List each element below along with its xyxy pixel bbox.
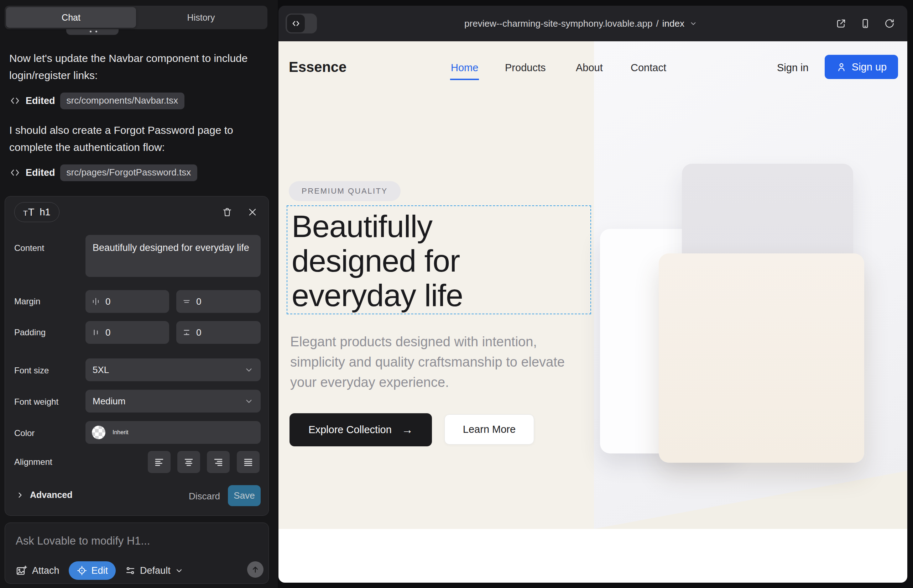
edit-mode-pill[interactable]: Edit: [69, 561, 116, 580]
prompt-box: Attach Edit Default: [5, 522, 269, 584]
browser-toolbar: preview--charming-site-symphony.lovable.…: [278, 6, 907, 41]
prompt-input[interactable]: [16, 532, 251, 550]
learn-more-button[interactable]: Learn More: [444, 414, 534, 444]
color-value: Inherit: [113, 429, 128, 436]
sign-up-button[interactable]: Sign up: [825, 55, 898, 79]
cta-primary-label: Explore Collection: [308, 424, 392, 436]
tab-chat[interactable]: Chat: [6, 7, 136, 28]
preview-domain: preview--charming-site-symphony.lovable.…: [465, 18, 652, 29]
font-weight-select[interactable]: Medium: [86, 390, 261, 412]
path-separator: /: [656, 18, 659, 29]
lovable-app: Chat History Now let's update the Navbar…: [0, 0, 913, 588]
element-editor-panel: TT h1 Content Beautifully designed for e…: [5, 196, 269, 516]
sign-in-button[interactable]: Sign in: [777, 62, 809, 74]
content-input[interactable]: Beautifully designed for everyday life: [86, 235, 261, 277]
mobile-view-icon[interactable]: [858, 16, 873, 31]
hero-heading[interactable]: Beautifully designed for everyday life: [291, 209, 463, 312]
toolbar-icons: [834, 6, 897, 41]
padding-vertical-icon: [182, 328, 191, 337]
discard-button[interactable]: Discard: [185, 490, 224, 502]
delete-element-button[interactable]: [219, 204, 235, 220]
font-size-label: Font size: [14, 365, 49, 375]
padding-y-input[interactable]: [176, 321, 261, 344]
heading-line: everyday life: [291, 278, 463, 312]
margin-x-input[interactable]: [86, 290, 169, 313]
nav-link-products[interactable]: Products: [505, 62, 546, 74]
font-weight-value: Medium: [92, 396, 125, 407]
padding-y-value[interactable]: [196, 327, 232, 338]
edited-file-chip[interactable]: src/components/Navbar.tsx: [60, 92, 185, 109]
element-tag: h1: [40, 207, 50, 218]
chat-sidebar: Chat History Now let's update the Navbar…: [0, 0, 278, 588]
font-size-value: 5XL: [92, 365, 109, 375]
align-center-button[interactable]: [177, 451, 200, 473]
sign-up-label: Sign up: [852, 61, 887, 73]
font-size-select[interactable]: 5XL: [86, 359, 261, 381]
chat-history-tabbar: Chat History: [5, 6, 267, 29]
padding-x-input[interactable]: [86, 321, 169, 344]
margin-x-value[interactable]: [105, 296, 141, 307]
attach-label: Attach: [32, 565, 60, 576]
open-external-icon[interactable]: [834, 16, 848, 31]
prompt-actions: Attach Edit Default: [16, 561, 183, 580]
h1-selection-outline[interactable]: Beautifully designed for everyday life: [287, 205, 591, 314]
dot: [90, 31, 92, 32]
margin-horizontal-icon: [91, 297, 100, 306]
heading-line: Beautifully: [291, 209, 463, 244]
save-button[interactable]: Save: [228, 485, 261, 506]
type-icon: TT: [23, 207, 35, 218]
decorative-card-cream: [659, 254, 864, 463]
heading-line: designed for: [291, 244, 463, 278]
edited-file-chip[interactable]: src/pages/ForgotPassword.tsx: [60, 165, 197, 181]
nav-link-about[interactable]: About: [576, 62, 603, 74]
margin-vertical-icon: [182, 297, 191, 306]
chevron-down-icon: [244, 365, 254, 375]
padding-label: Padding: [14, 328, 45, 338]
sliders-icon: [125, 565, 136, 576]
arrow-right-icon: →: [401, 423, 413, 436]
edited-file-row: Edited src/components/Navbar.tsx: [9, 92, 185, 109]
nav-link-home[interactable]: Home: [451, 62, 478, 74]
margin-label: Margin: [14, 297, 40, 307]
dot: [96, 31, 97, 32]
edited-file-row: Edited src/pages/ForgotPassword.tsx: [9, 165, 197, 181]
nav-link-contact[interactable]: Contact: [631, 62, 666, 74]
edit-label: Edit: [92, 565, 108, 576]
send-button[interactable]: [247, 561, 264, 578]
model-mode-select[interactable]: Default: [125, 565, 183, 576]
url-bar[interactable]: preview--charming-site-symphony.lovable.…: [278, 6, 895, 41]
edited-label: Edited: [26, 167, 55, 178]
hero-paragraph: Elegant products designed with intention…: [290, 332, 579, 393]
color-select[interactable]: Inherit: [86, 421, 261, 444]
align-right-button[interactable]: [207, 451, 230, 473]
code-icon: [9, 167, 21, 178]
color-label: Color: [14, 428, 34, 438]
alignment-label: Alignment: [14, 457, 52, 467]
chevron-right-icon: [16, 491, 24, 499]
site-logo[interactable]: Essence: [289, 59, 346, 75]
align-justify-button[interactable]: [237, 451, 260, 473]
margin-y-value[interactable]: [196, 296, 232, 307]
color-swatch: [92, 426, 105, 439]
edited-label: Edited: [26, 95, 55, 107]
padding-x-value[interactable]: [105, 327, 141, 338]
premium-quality-badge: PREMIUM QUALITY: [289, 181, 401, 201]
selected-element-pill: TT h1: [14, 202, 60, 222]
tab-history[interactable]: History: [136, 7, 266, 28]
align-left-button[interactable]: [148, 451, 170, 473]
assistant-message: Now let's update the Navbar component to…: [9, 50, 264, 84]
close-icon[interactable]: [244, 204, 260, 220]
padding-horizontal-icon: [91, 328, 100, 337]
code-icon: [9, 95, 21, 107]
advanced-toggle[interactable]: Advanced: [16, 490, 72, 500]
explore-collection-button[interactable]: Explore Collection →: [290, 413, 432, 446]
site-viewport: Essence Home Products About Contact Sign…: [278, 41, 907, 583]
refresh-icon[interactable]: [882, 16, 897, 31]
target-icon: [76, 565, 87, 576]
attach-image-icon: [16, 565, 27, 576]
font-weight-label: Font weight: [14, 397, 58, 407]
chevron-down-icon: [175, 566, 183, 575]
margin-y-input[interactable]: [176, 290, 261, 313]
advanced-label: Advanced: [30, 490, 72, 500]
attach-button[interactable]: Attach: [16, 565, 60, 576]
